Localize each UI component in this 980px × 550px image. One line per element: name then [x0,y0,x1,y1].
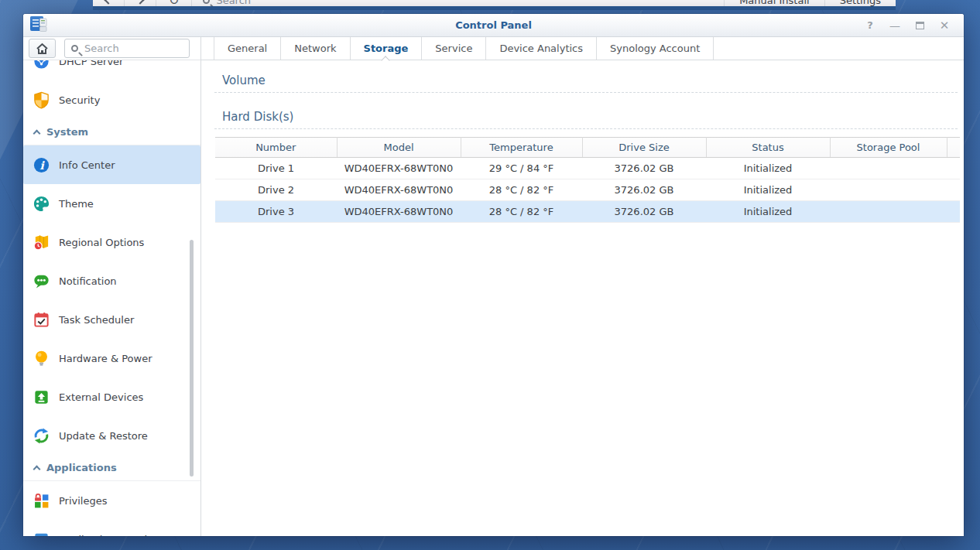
sidebar-nav: DHCP Server Security [23,60,200,536]
sidebar-item-label: Update & Restore [59,430,148,442]
sidebar-section-system[interactable]: System [23,119,200,145]
main-content: General Network Storage Service Device A… [201,37,964,536]
cell-storage-pool [830,201,947,223]
forward-icon [135,0,144,5]
section-divider [214,128,958,129]
palette-icon [33,195,50,213]
tab-general[interactable]: General [214,37,281,60]
sidebar-item-task-scheduler[interactable]: Task Scheduler [23,300,200,339]
manual-install-button[interactable]: Manual Install [725,0,824,10]
sidebar-item-application-portal[interactable]: Application Portal [23,520,200,536]
sidebar-item-external-devices[interactable]: External Devices [23,377,200,416]
cell-number: Drive 3 [215,201,337,223]
sidebar-item-label: Regional Options [59,237,144,248]
forward-button[interactable] [125,0,156,10]
sidebar-item-theme[interactable]: Theme [23,184,200,223]
cell-model: WD40EFRX-68WT0N0 [337,158,461,179]
tab-device-analytics[interactable]: Device Analytics [486,37,597,60]
sidebar-item-label: Task Scheduler [59,314,134,326]
tabbar: General Network Storage Service Device A… [201,37,964,60]
sidebar-search-box [64,39,190,58]
application-portal-icon [33,531,50,537]
cell-number: Drive 1 [215,158,337,179]
background-window-toolbar: ↻ Search Manual Install Settings [93,0,896,10]
search-icon [203,0,210,4]
window-title: Control Panel [23,19,964,31]
refresh-button[interactable]: ↻ [156,0,191,10]
cell-status: Initialized [706,158,830,179]
table-row-drive-3-selected[interactable]: Drive 3 WD40EFRX-68WT0N0 28 °C / 82 °F 3… [215,201,960,223]
tab-synology-account[interactable]: Synology Account [597,37,714,60]
maximize-icon[interactable] [913,19,927,32]
info-icon: i [33,156,50,174]
sidebar-item-label: Theme [59,198,94,210]
column-header-drive-size[interactable]: Drive Size [582,138,706,158]
table-row-drive-1[interactable]: Drive 1 WD40EFRX-68WT0N0 29 °C / 84 °F 3… [215,158,960,179]
table-header-row: Number Model Temperature Drive Size Stat… [215,138,960,158]
search-icon [71,45,78,52]
tab-service[interactable]: Service [422,37,486,60]
desktop-background: ↻ Search Manual Install Settings [0,0,980,550]
sidebar-section-applications[interactable]: Applications [23,455,200,481]
column-header-spacer [947,138,960,158]
sidebar-item-label: Notification [59,275,117,287]
calendar-check-icon [33,311,50,329]
cell-temperature: 29 °C / 84 °F [461,158,582,179]
help-icon[interactable]: ? [863,19,877,32]
column-header-number[interactable]: Number [215,138,337,158]
cell-temperature: 28 °C / 82 °F [461,201,582,223]
cell-model: WD40EFRX-68WT0N0 [337,179,461,201]
sidebar-item-update-restore[interactable]: Update & Restore [23,416,200,455]
control-panel-icon [29,15,48,35]
sidebar-item-label: Security [59,94,100,106]
sidebar-item-label: DHCP Server [59,60,123,67]
map-clock-icon [33,234,50,251]
home-button[interactable] [29,39,56,58]
volume-section-title: Volume [222,73,958,87]
cell-drive-size: 3726.02 GB [582,158,706,179]
sidebar-item-notification[interactable]: Notification [23,261,200,300]
sidebar-item-security[interactable]: Security [23,80,200,119]
back-button[interactable] [93,0,124,10]
sidebar-item-dhcp-server[interactable]: DHCP Server [23,60,200,80]
sidebar-search-input[interactable] [84,43,170,54]
speech-bubble-icon [33,272,50,290]
toolbar-search-placeholder: Search [216,0,251,6]
cell-temperature: 28 °C / 82 °F [461,179,582,201]
refresh-icon: ↻ [169,0,179,8]
sidebar-item-label: Info Center [59,159,115,171]
sidebar-section-label: Applications [46,462,117,473]
sidebar-item-label: Hardware & Power [59,353,152,364]
shield-icon [33,91,50,109]
sidebar-item-label: Privileges [59,495,108,507]
sidebar-section-label: System [46,126,88,138]
sidebar-scrollbar[interactable] [190,240,194,477]
sidebar-item-privileges[interactable]: Privileges [23,481,200,520]
back-icon [104,0,112,5]
sidebar-item-label: Application Portal [59,534,147,537]
dhcp-server-icon [33,60,50,70]
tab-network[interactable]: Network [281,37,350,60]
column-header-status[interactable]: Status [706,138,830,158]
sidebar-item-hardware-power[interactable]: Hardware & Power [23,339,200,377]
sidebar: DHCP Server Security [23,37,201,536]
sidebar-item-label: External Devices [59,391,143,403]
cell-storage-pool [830,179,947,201]
sidebar-item-info-center[interactable]: i Info Center [23,145,200,184]
sidebar-search-row [23,37,200,60]
column-header-model[interactable]: Model [337,138,461,158]
hard-disks-table: Number Model Temperature Drive Size Stat… [215,137,960,223]
table-row-drive-2[interactable]: Drive 2 WD40EFRX-68WT0N0 28 °C / 82 °F 3… [215,179,960,201]
tab-storage[interactable]: Storage [351,37,423,60]
settings-button[interactable]: Settings [825,0,896,10]
close-icon[interactable]: ✕ [937,19,951,32]
cell-status: Initialized [706,201,830,223]
minimize-icon[interactable]: — [888,19,902,32]
section-divider [214,92,958,93]
cell-drive-size: 3726.02 GB [582,179,706,201]
column-header-temperature[interactable]: Temperature [461,138,582,158]
sidebar-item-regional-options[interactable]: Regional Options [23,223,200,261]
toolbar-search[interactable]: Search [192,0,262,6]
column-header-storage-pool[interactable]: Storage Pool [830,138,947,158]
cell-number: Drive 2 [215,179,337,201]
